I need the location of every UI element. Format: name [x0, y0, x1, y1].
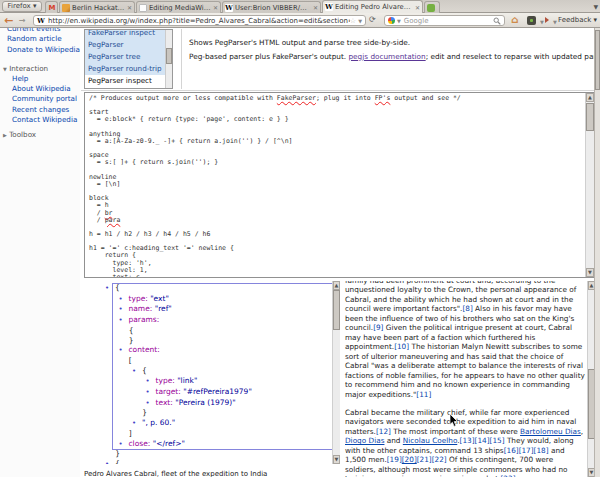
reload-button[interactable]: ⟳	[369, 15, 376, 24]
option-pegparser[interactable]: PegParser	[85, 39, 172, 51]
paragraph: unquestioned loyalty to the Crown, the p…	[345, 285, 585, 400]
pegjs-documentation-link[interactable]: pegjs documentation	[348, 52, 425, 61]
textarea-scrollbar[interactable]: ▲ ▼	[585, 93, 594, 277]
option-fakeparser-inspect[interactable]: FakeParser inspect	[85, 29, 172, 39]
article-link[interactable]: Diogo Dias	[345, 436, 384, 445]
option-pegparser-tree[interactable]: PegParser tree	[85, 51, 172, 63]
article-link[interactable]: Nicolau Coelho	[403, 436, 457, 445]
text-segment: close:	[129, 439, 153, 448]
text-segment: content:	[129, 345, 160, 354]
tree-line: •type: "link"	[84, 376, 331, 387]
text-segment: {	[115, 283, 120, 292]
sidebar-item-contact-wikipedia[interactable]: Contact Wikipedia	[0, 115, 80, 125]
search-engine-dropdown-icon[interactable]: ▼	[397, 18, 401, 24]
scroll-down-icon[interactable]: ▼	[586, 268, 594, 277]
url-bar[interactable]: W http://en.wikipedia.org/w/index.php?ti…	[33, 15, 366, 26]
close-icon[interactable]: ✕	[213, 4, 218, 11]
code-line: = s:[ ]+ { return s.join(''); }	[89, 159, 582, 166]
peg-grammar-textarea[interactable]: /* Produces output more or less compatib…	[84, 92, 595, 278]
article-link[interactable]: [16]	[504, 446, 519, 455]
article-link[interactable]: [21]	[417, 455, 432, 464]
article-link[interactable]: [9]	[373, 323, 383, 332]
article-link[interactable]: [8]	[462, 304, 472, 313]
tree-line: •{	[84, 459, 331, 464]
list-all-tabs-icon[interactable]: ▼	[593, 3, 598, 10]
text-segment: text:	[156, 398, 176, 407]
search-input[interactable]: Google	[404, 17, 493, 25]
article-link[interactable]: [14]	[475, 436, 490, 445]
text-segment: output and see */	[390, 94, 460, 102]
sidebar-heading-interaction[interactable]: ▼ Interaction	[0, 64, 80, 74]
url-text[interactable]: http://en.wikipedia.org/w/index.php?titl…	[48, 17, 350, 25]
home-button[interactable]: ⌂	[511, 14, 518, 25]
listbox-scrollbar[interactable]	[165, 30, 172, 88]
text-segment: target:	[156, 387, 184, 396]
sidebar-item-help[interactable]: Help	[0, 74, 80, 84]
article-link[interactable]: [20]	[402, 455, 417, 464]
tab-bar: Firefox ▾ M Berlin Hackathon 2011 - Me..…	[0, 0, 600, 13]
bullet-icon: •	[146, 377, 156, 387]
tree-panel-scrollbar[interactable]: ▲ ▼	[332, 281, 340, 464]
url-dropdown-icon[interactable]: ▼	[358, 18, 362, 24]
sidebar-item-recent-changes[interactable]: Recent changes	[0, 105, 80, 115]
google-icon[interactable]	[388, 17, 395, 24]
forward-button[interactable]: →	[19, 16, 26, 25]
sidebar-item-about-wikipedia[interactable]: About Wikipedia	[0, 84, 80, 94]
sidebar-item-random-article[interactable]: Random article	[0, 34, 80, 44]
bullet-icon: •	[119, 305, 129, 315]
pinned-tab-gmail[interactable]: M	[45, 1, 58, 13]
tab-berlin-hackathon[interactable]: Berlin Hackathon 2011 - Me... ✕	[59, 1, 135, 13]
close-icon[interactable]: ✕	[313, 4, 318, 11]
scroll-up-icon[interactable]: ▲	[333, 281, 340, 290]
firefox-menu-button[interactable]: Firefox ▾	[2, 1, 42, 12]
option-pegparser-inspect[interactable]: PegParser inspect	[85, 75, 172, 87]
article-link[interactable]: Bartolomeu Dias	[520, 427, 581, 436]
article-link[interactable]: [17]	[519, 446, 534, 455]
sidebar-item-community-portal[interactable]: Community portal	[0, 94, 80, 104]
article-link[interactable]: [22]	[432, 455, 447, 464]
flag-icon[interactable]	[545, 17, 549, 23]
window-scrollbar[interactable]	[594, 28, 600, 477]
tree-line: •close: "</ref>"	[84, 439, 331, 450]
tab-editing-pedro-alvares-cabral[interactable]: W Editing Pedro Álvares Cabr... ✕	[322, 0, 423, 13]
wikipedia-sidebar: Current events Random article Donate to …	[0, 28, 80, 477]
tab-editing-gadget[interactable]: Editing MediaWiki:Gadget-... ✕	[136, 1, 221, 13]
article-link[interactable]: [15]	[490, 436, 505, 445]
scrollbar-thumb[interactable]	[595, 30, 600, 90]
parser-listbox[interactable]: FakeParser inspect PegParser PegParser t…	[84, 29, 173, 89]
scrollbar-thumb[interactable]	[166, 48, 172, 64]
article-link[interactable]: [10]	[394, 342, 409, 351]
article-link[interactable]: [12]	[376, 427, 391, 436]
gadget-description: Shows PegParser's HTML output and parse …	[181, 29, 594, 89]
flag-dropdown-icon[interactable]: ▼	[553, 19, 557, 25]
scrollbar-thumb[interactable]	[586, 103, 594, 131]
code-line	[89, 145, 582, 152]
article-link[interactable]: [19]	[387, 455, 402, 464]
scroll-down-icon[interactable]: ▼	[333, 455, 340, 464]
tab-icon-only[interactable]	[424, 1, 440, 13]
description-line-2: Peg-based parser plus FakeParser's outpu…	[189, 52, 600, 61]
addons-icon[interactable]	[527, 16, 536, 25]
close-icon[interactable]: ✕	[127, 4, 132, 11]
option-pegparser-round-trip[interactable]: PegParser round-trip	[85, 63, 172, 75]
code-line	[89, 167, 582, 174]
search-bar[interactable]: ▼ Google	[384, 15, 505, 26]
close-icon[interactable]: ✕	[415, 4, 420, 11]
code-line: = e:block* { return {type: 'page', conte…	[89, 116, 582, 123]
back-button[interactable]: ←	[4, 14, 13, 27]
article-link[interactable]: [18]	[534, 446, 549, 455]
addons-dropdown-icon[interactable]: ▼	[540, 19, 544, 25]
feedback-button[interactable]: Feedback ▾	[558, 16, 597, 24]
scrollbar-thumb[interactable]	[333, 290, 340, 330]
bookmark-star-icon[interactable]: ☆	[350, 17, 356, 25]
scroll-up-icon[interactable]: ▲	[586, 93, 594, 102]
tab-user-brion-vibber[interactable]: W User:Brion VIBBER/Gadget... ✕	[222, 1, 321, 13]
text-segment: }	[142, 408, 147, 417]
sidebar-heading-toolbox[interactable]: ▶ Toolbox	[0, 130, 80, 140]
parse-tree: •{•type: "ext"•name: "ref"•params:{}•con…	[84, 283, 331, 464]
search-icon[interactable]	[493, 17, 501, 25]
article-link[interactable]: [13]	[460, 436, 475, 445]
sidebar-item-donate[interactable]: Donate to Wikipedia	[0, 45, 80, 55]
article-link[interactable]: [11]	[416, 390, 431, 399]
tab-label: Berlin Hackathon 2011 - Me...	[72, 4, 125, 12]
